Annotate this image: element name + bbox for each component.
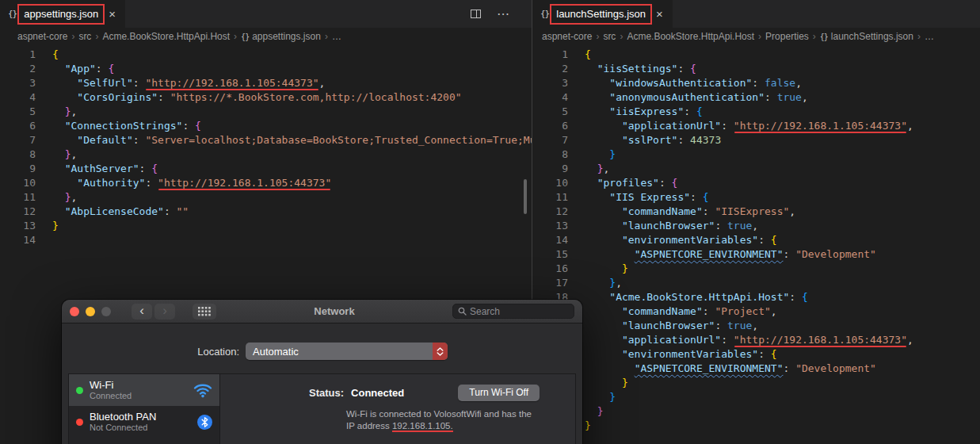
code-line[interactable]: "Acme.BookStore.HttpApi.Host": {: [585, 290, 980, 304]
code-line[interactable]: },: [52, 190, 532, 205]
description-line-1: Wi-Fi is connected to VolosoftWifi and h…: [346, 409, 532, 419]
breadcrumb-item[interactable]: …: [332, 31, 341, 42]
line-number: 13: [0, 219, 36, 233]
close-tab-icon[interactable]: ×: [109, 7, 116, 21]
network-service-bluetooth-pan[interactable]: Bluetooth PANNot Connected: [69, 406, 219, 438]
breadcrumb-item[interactable]: {}appsettings.json: [241, 31, 321, 42]
code-line[interactable]: "ConnectionStrings": {: [52, 119, 532, 133]
search-placeholder: Search: [470, 306, 500, 317]
code-line[interactable]: "commandName": "Project",: [585, 304, 980, 319]
line-number: 12: [532, 205, 568, 219]
code-line[interactable]: "Authority": "http://192.168.1.105:44373…: [52, 176, 532, 190]
tab-launchsettings-json[interactable]: {} launchSettings.json ×: [532, 0, 673, 28]
code-line[interactable]: "iisExpress": {: [585, 105, 980, 119]
breadcrumb-item[interactable]: src: [603, 31, 616, 42]
forward-button[interactable]: ›: [154, 304, 175, 320]
service-status: Connected: [90, 391, 187, 401]
zoom-window-button[interactable]: [101, 307, 111, 316]
close-window-button[interactable]: [70, 307, 79, 316]
window-titlebar[interactable]: ‹ › Network Search: [62, 300, 582, 323]
code-line[interactable]: "environmentVariables": {: [585, 347, 980, 362]
code-line[interactable]: "launchBrowser": true,: [585, 219, 980, 233]
line-number: 5: [0, 105, 36, 119]
back-button[interactable]: ‹: [132, 304, 152, 320]
breadcrumb-separator: ›: [596, 31, 599, 42]
line-number: 3: [0, 76, 36, 90]
breadcrumb-item[interactable]: …: [925, 31, 934, 42]
code-line[interactable]: "ASPNETCORE_ENVIRONMENT": "Development": [585, 362, 980, 376]
line-number: 9: [0, 162, 36, 176]
code-line[interactable]: "CorsOrigins": "https://*.BookStore.com,…: [52, 90, 532, 105]
location-dropdown[interactable]: Automatic: [246, 343, 448, 360]
breadcrumb-item[interactable]: Properties: [765, 31, 809, 42]
code-line[interactable]: "iisSettings": {: [585, 62, 980, 76]
code-line[interactable]: }: [585, 419, 980, 433]
code-line[interactable]: "IIS Express": {: [585, 190, 980, 205]
code-line[interactable]: "applicationUrl": "http://192.168.1.105:…: [585, 333, 980, 347]
ip-address: 192.168.1.105.: [392, 421, 453, 432]
line-number: 14: [0, 233, 36, 247]
more-actions-icon[interactable]: ⋯: [497, 8, 509, 21]
tab-appsettings-json[interactable]: {} appsettings.json ×: [0, 0, 125, 28]
code-line[interactable]: "profiles": {: [585, 176, 980, 190]
line-number: 16: [532, 262, 568, 276]
code-line[interactable]: }: [585, 390, 980, 404]
code-line[interactable]: },: [585, 276, 980, 290]
code-line[interactable]: "ASPNETCORE_ENVIRONMENT": "Development": [585, 247, 980, 262]
code-line[interactable]: }: [585, 404, 980, 419]
code-line[interactable]: "sslPort": 44373: [585, 133, 980, 147]
code-line[interactable]: "SelfUrl": "http://192.168.1.105:44373",: [52, 76, 532, 90]
code-line[interactable]: },: [52, 147, 532, 162]
nav-buttons: ‹ ›: [132, 304, 175, 320]
breadcrumb-item[interactable]: src: [78, 31, 91, 42]
code-line[interactable]: }: [585, 262, 980, 276]
breadcrumb-separator: ›: [95, 31, 98, 42]
code-line[interactable]: "App": {: [52, 62, 532, 76]
code-line[interactable]: "AbpLicenseCode": "": [52, 205, 532, 219]
code-area[interactable]: 1234567891011121314 { "App": { "SelfUrl"…: [0, 45, 532, 247]
code-line[interactable]: "applicationUrl": "http://192.168.1.105:…: [585, 119, 980, 133]
code-line[interactable]: }: [52, 219, 532, 233]
show-all-grid-icon[interactable]: [193, 304, 216, 320]
line-number: 10: [532, 176, 568, 190]
breadcrumb-item[interactable]: Acme.BookStore.HttpApi.Host: [627, 31, 754, 42]
scrollbar-thumb[interactable]: [524, 179, 527, 214]
code-line[interactable]: "anonymousAuthentication": true,: [585, 90, 980, 105]
code-line[interactable]: },: [585, 162, 980, 176]
code-line[interactable]: {: [52, 48, 532, 62]
code-line[interactable]: "environmentVariables": {: [585, 233, 980, 247]
code-area[interactable]: 1234567891011121314151617181920212223242…: [532, 45, 980, 433]
window-title: Network: [223, 305, 446, 317]
turn-wifi-off-button[interactable]: Turn Wi-Fi Off: [458, 385, 540, 401]
breadcrumb-item[interactable]: {}launchSettings.json: [820, 31, 913, 42]
code-line[interactable]: "windowsAuthentication": false,: [585, 76, 980, 90]
split-editor-icon[interactable]: [471, 10, 481, 18]
breadcrumb-item[interactable]: aspnet-core: [542, 31, 592, 42]
line-number: 8: [0, 147, 36, 162]
code-line[interactable]: {: [585, 48, 980, 62]
code-line[interactable]: "commandName": "IISExpress",: [585, 205, 980, 219]
description-line-2: IP address: [346, 421, 392, 431]
close-tab-icon[interactable]: ×: [656, 7, 663, 21]
network-service-wi-fi[interactable]: Wi-FiConnected: [69, 374, 219, 406]
code-line[interactable]: "AuthServer": {: [52, 162, 532, 176]
line-number: 11: [0, 190, 36, 205]
network-window: ‹ › Network Search: [62, 300, 582, 444]
code-line[interactable]: "launchBrowser": true,: [585, 319, 980, 333]
tab-label: appsettings.json: [22, 7, 100, 21]
minimize-window-button[interactable]: [86, 307, 95, 316]
code-line[interactable]: },: [52, 105, 532, 119]
status-dot: [76, 419, 83, 426]
code-line[interactable]: }: [585, 376, 980, 390]
breadcrumb-item[interactable]: aspnet-core: [17, 31, 67, 42]
search-input[interactable]: Search: [452, 304, 574, 319]
line-number: 11: [532, 190, 568, 205]
service-status: Not Connected: [90, 423, 191, 433]
tab-bar-left: {} appsettings.json × ⋯: [0, 0, 532, 28]
code-line[interactable]: [52, 233, 532, 247]
line-number: 8: [532, 147, 568, 162]
code-line[interactable]: "Default": "Server=localhost;Database=Bo…: [52, 133, 532, 147]
code-line[interactable]: }: [585, 147, 980, 162]
line-number: 6: [0, 119, 36, 133]
breadcrumb-item[interactable]: Acme.BookStore.HttpApi.Host: [102, 31, 230, 42]
